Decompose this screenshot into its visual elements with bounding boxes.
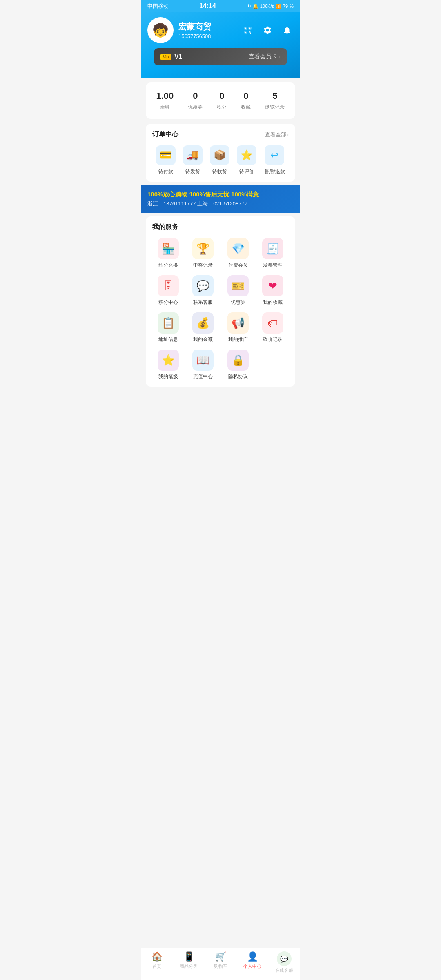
services-grid: 🏪 积分兑换 🏆 中奖记录 💎 付费会员 🧾 发票管理 🗄 积分中心 💬 联系客… [152, 238, 289, 380]
service-label-3: 发票管理 [263, 262, 283, 269]
service-icon-5: 💬 [192, 275, 214, 296]
vip-link[interactable]: 查看会员卡 › [249, 53, 281, 60]
carrier-label: 中国移动 [147, 2, 169, 10]
service-icon-4: 🗄 [158, 275, 179, 296]
battery-label: 79 [283, 4, 288, 9]
order-after-sales[interactable]: ↩ 售后/退款 [264, 145, 285, 175]
vip-left: Vip V1 [160, 53, 182, 60]
service-icon-6: 🎫 [227, 275, 249, 296]
phone: 15657756508 [178, 33, 211, 39]
settings-icon[interactable] [261, 24, 274, 37]
service-item-5[interactable]: 💬 联系客服 [187, 275, 219, 306]
service-item-9[interactable]: 💰 我的余额 [187, 312, 219, 343]
order-pending-receive[interactable]: 📦 待收货 [210, 145, 229, 175]
stat-favorites[interactable]: 0 收藏 [241, 91, 251, 111]
banner-line1: 100%放心购物 100%售后无忧 100%满意 [147, 191, 294, 198]
service-item-12[interactable]: ⭐ 我的笔级 [152, 350, 184, 380]
order-icons-row: 💳 待付款 🚚 待发货 📦 待收货 ⭐ 待评价 ↩ 售后/退款 [152, 145, 289, 175]
service-icon-11: 🏷 [262, 312, 283, 334]
services-section: 我的服务 🏪 积分兑换 🏆 中奖记录 💎 付费会员 🧾 发票管理 🗄 积分中心 … [146, 216, 295, 387]
pending-payment-icon: 💳 [156, 145, 176, 165]
service-item-0[interactable]: 🏪 积分兑换 [152, 238, 184, 269]
service-label-13: 充值中心 [193, 373, 213, 380]
service-item-3[interactable]: 🧾 发票管理 [257, 238, 289, 269]
service-label-2: 付费会员 [228, 262, 248, 269]
vip-chevron: › [279, 54, 281, 60]
service-label-1: 中奖记录 [193, 262, 213, 269]
profile-left: 🧒 宏蒙商贸 15657756508 [147, 17, 211, 43]
status-icons: 👁 🔔 106K/s 📶 79% [247, 4, 294, 9]
service-icon-3: 🧾 [262, 238, 283, 259]
pending-ship-icon: 🚚 [183, 145, 203, 165]
username: 宏蒙商贸 [178, 21, 211, 32]
service-label-5: 联系客服 [193, 299, 213, 306]
stat-balance[interactable]: 1.00 余额 [156, 91, 174, 111]
notification-icon[interactable] [281, 24, 294, 37]
promo-banner[interactable]: 100%放心购物 100%售后无忧 100%满意 浙江：13761111777 … [141, 185, 300, 213]
service-item-10[interactable]: 📢 我的推广 [222, 312, 254, 343]
service-label-11: 砍价记录 [263, 336, 283, 343]
order-pending-review[interactable]: ⭐ 待评价 [237, 145, 256, 175]
header: 🧒 宏蒙商贸 15657756508 Vip V1 查看会员卡 [141, 12, 300, 78]
vip-badge: Vip [160, 54, 171, 60]
service-item-1[interactable]: 🏆 中奖记录 [187, 238, 219, 269]
stat-points[interactable]: 0 积分 [217, 91, 227, 111]
service-label-10: 我的推广 [228, 336, 248, 343]
service-item-2[interactable]: 💎 付费会员 [222, 238, 254, 269]
service-icon-14: 🔒 [227, 350, 249, 371]
service-item-8[interactable]: 📋 地址信息 [152, 312, 184, 343]
service-label-7: 我的收藏 [263, 299, 283, 306]
vip-level: V1 [174, 53, 183, 60]
vip-card[interactable]: Vip V1 查看会员卡 › [154, 48, 287, 65]
wifi-icon: 📶 [276, 4, 281, 9]
pending-receive-icon: 📦 [210, 145, 229, 165]
header-icons [241, 24, 294, 37]
service-item-11[interactable]: 🏷 砍价记录 [257, 312, 289, 343]
qr-code-icon[interactable] [241, 24, 254, 37]
pending-review-icon: ⭐ [237, 145, 256, 165]
service-item-14[interactable]: 🔒 隐私协议 [222, 350, 254, 380]
service-item-13[interactable]: 📖 充值中心 [187, 350, 219, 380]
service-icon-8: 📋 [158, 312, 179, 334]
service-icon-1: 🏆 [192, 238, 214, 259]
order-center-title: 订单中心 [152, 130, 178, 139]
signal-label: 106K/s [260, 4, 274, 9]
service-icon-13: 📖 [192, 350, 214, 371]
after-sales-icon: ↩ [265, 145, 284, 165]
service-icon-9: 💰 [192, 312, 214, 334]
service-icon-7: ❤ [262, 275, 283, 296]
status-bar: 中国移动 14:14 👁 🔔 106K/s 📶 79% [141, 0, 300, 12]
service-label-9: 我的余额 [193, 336, 213, 343]
service-icon-0: 🏪 [158, 238, 179, 259]
stats-card: 1.00 余额 0 优惠券 0 积分 0 收藏 5 浏览记录 [146, 82, 295, 119]
eye-icon: 👁 [247, 4, 251, 9]
avatar[interactable]: 🧒 [147, 17, 174, 43]
chevron-icon: › [287, 132, 289, 138]
time-label: 14:14 [199, 2, 216, 10]
order-center: 订单中心 查看全部 › 💳 待付款 🚚 待发货 📦 待收货 ⭐ 待评价 ↩ 售后… [146, 124, 295, 182]
stat-history[interactable]: 5 浏览记录 [265, 91, 285, 111]
view-all-orders[interactable]: 查看全部 › [265, 131, 289, 138]
service-label-4: 积分中心 [158, 299, 178, 306]
profile-row: 🧒 宏蒙商贸 15657756508 [147, 17, 294, 43]
service-label-6: 优惠券 [231, 299, 245, 306]
stat-coupon[interactable]: 0 优惠券 [188, 91, 203, 111]
service-label-12: 我的笔级 [158, 373, 178, 380]
service-icon-12: ⭐ [158, 350, 179, 371]
profile-info: 宏蒙商贸 15657756508 [178, 21, 211, 39]
bell-icon: 🔔 [253, 4, 258, 9]
order-pending-payment[interactable]: 💳 待付款 [156, 145, 176, 175]
services-title: 我的服务 [152, 223, 289, 232]
service-label-0: 积分兑换 [158, 262, 178, 269]
order-pending-ship[interactable]: 🚚 待发货 [183, 145, 203, 175]
avatar-image: 🧒 [152, 22, 169, 38]
service-item-7[interactable]: ❤ 我的收藏 [257, 275, 289, 306]
order-center-header: 订单中心 查看全部 › [152, 130, 289, 139]
service-item-4[interactable]: 🗄 积分中心 [152, 275, 184, 306]
service-icon-2: 💎 [227, 238, 249, 259]
banner-line2: 浙江：13761111777 上海：021-51208777 [147, 200, 294, 207]
service-item-6[interactable]: 🎫 优惠券 [222, 275, 254, 306]
service-label-8: 地址信息 [158, 336, 178, 343]
service-icon-10: 📢 [227, 312, 249, 334]
service-label-14: 隐私协议 [228, 373, 248, 380]
